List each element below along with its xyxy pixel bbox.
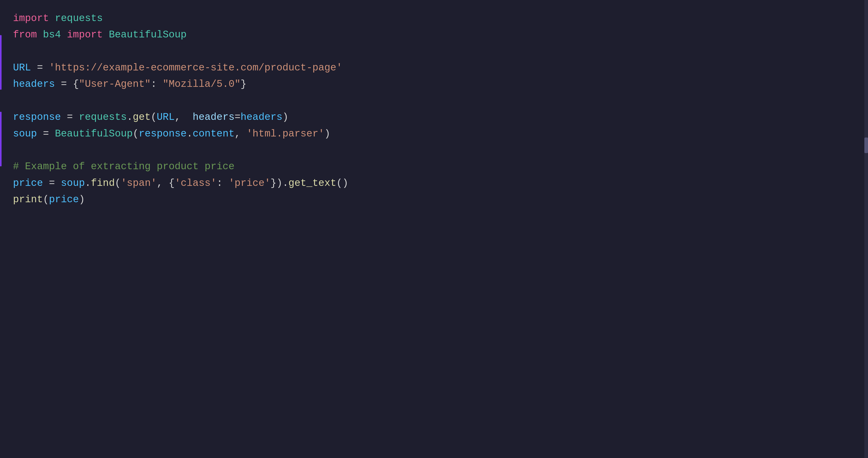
token-str-orange: 'html.parser' <box>247 128 324 140</box>
token-plain: : <box>216 178 228 189</box>
code-editor: import requestsfrom bs4 import Beautiful… <box>0 0 868 458</box>
token-plain: ( <box>133 128 139 140</box>
token-plain: }). <box>271 178 288 189</box>
token-name-cyan: response <box>13 112 61 123</box>
token-module-teal: requests <box>79 112 127 123</box>
token-kw-pink: from <box>13 29 37 40</box>
token-fn-yellow: get <box>133 112 151 123</box>
code-line-4: headers = {"User-Agent": "Mozilla/5.0"} <box>13 76 860 93</box>
token-plain: , <box>235 128 246 140</box>
code-line-7: soup = BeautifulSoup(response.content, '… <box>13 126 860 142</box>
token-plain: ( <box>43 194 49 205</box>
code-block: import requestsfrom bs4 import Beautiful… <box>13 10 860 208</box>
accent-bar-group1 <box>0 35 2 90</box>
token-module-teal: requests <box>55 13 103 24</box>
token-module-teal: BeautifulSoup <box>55 128 133 140</box>
token-name-cyan: headers <box>241 112 282 123</box>
token-plain <box>103 29 109 40</box>
token-kw-pink: import <box>67 29 103 40</box>
token-plain: = <box>61 112 79 123</box>
token-name-cyan: content <box>193 128 235 140</box>
token-name-cyan: price <box>13 178 43 189</box>
token-name-cyan: response <box>139 128 187 140</box>
token-name-cyan: URL <box>13 62 31 73</box>
code-line-1: from bs4 import BeautifulSoup <box>13 27 860 43</box>
token-plain: ) <box>79 194 85 205</box>
token-plain: , { <box>157 178 175 189</box>
token-fn-yellow: print <box>13 194 43 205</box>
token-plain: : <box>151 79 163 90</box>
token-name-cyan: soup <box>13 128 37 140</box>
token-plain: = <box>37 128 55 140</box>
token-param-name: headers <box>193 112 235 123</box>
scrollbar-thumb[interactable] <box>864 138 868 153</box>
token-key-str: 'class' <box>175 178 216 189</box>
token-name-cyan: headers <box>13 79 55 90</box>
token-val-str: 'price' <box>228 178 270 189</box>
token-module-teal: bs4 <box>43 29 61 40</box>
token-plain: . <box>85 178 91 189</box>
accent-bar-group2 <box>0 112 2 166</box>
code-line-5 <box>13 93 860 109</box>
token-module-teal: BeautifulSoup <box>109 29 187 40</box>
token-plain: ) <box>282 112 288 123</box>
token-kw-pink: import <box>13 13 49 24</box>
token-str-orange: 'https://example-ecommerce-site.com/prod… <box>49 62 342 73</box>
token-plain: ( <box>115 178 121 189</box>
token-name-cyan: soup <box>61 178 85 189</box>
token-plain: , <box>175 112 193 123</box>
code-line-6: response = requests.get(URL, headers=hea… <box>13 109 860 126</box>
token-plain: . <box>127 112 133 123</box>
token-plain: ) <box>324 128 330 140</box>
token-key-str: "User-Agent" <box>79 79 151 90</box>
scrollbar[interactable] <box>864 0 868 458</box>
code-line-10: price = soup.find('span', {'class': 'pri… <box>13 175 860 191</box>
token-plain <box>49 13 55 24</box>
code-line-8 <box>13 142 860 158</box>
token-plain: = <box>43 178 61 189</box>
token-plain: } <box>240 79 246 90</box>
token-str-orange: 'span' <box>121 178 157 189</box>
code-line-0: import requests <box>13 10 860 27</box>
token-comment-green: # Example of extracting product price <box>13 161 235 172</box>
token-name-cyan: price <box>49 194 79 205</box>
code-line-9: # Example of extracting product price <box>13 158 860 175</box>
code-line-2 <box>13 43 860 60</box>
token-val-str: "Mozilla/5.0" <box>163 79 241 90</box>
token-plain <box>37 29 43 40</box>
token-fn-yellow: find <box>91 178 115 189</box>
token-plain: = <box>31 62 49 73</box>
token-plain: ( <box>151 112 157 123</box>
token-plain: . <box>187 128 193 140</box>
token-plain <box>61 29 67 40</box>
code-line-3: URL = 'https://example-ecommerce-site.co… <box>13 60 860 76</box>
token-plain: = <box>235 112 241 123</box>
code-line-11: print(price) <box>13 191 860 208</box>
token-fn-yellow: get_text <box>288 178 336 189</box>
token-plain: () <box>336 178 348 189</box>
token-plain: = { <box>55 79 79 90</box>
token-name-cyan: URL <box>157 112 175 123</box>
